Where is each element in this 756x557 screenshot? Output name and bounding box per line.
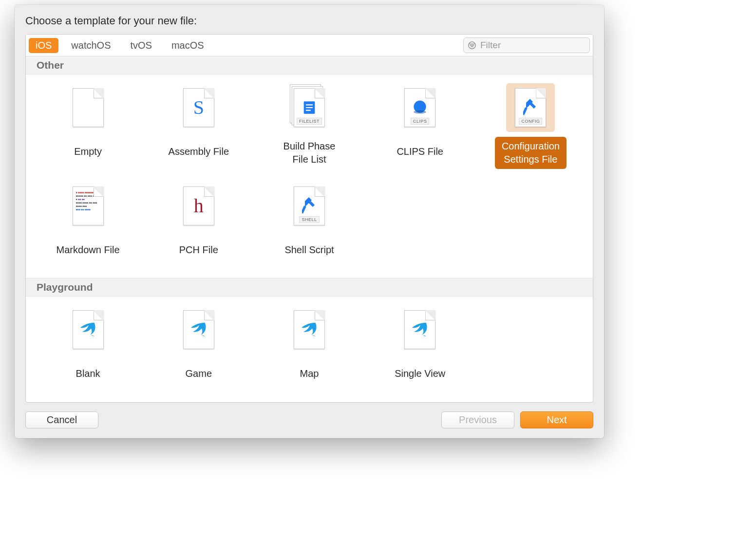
file-icon: [73, 310, 104, 349]
file-band: CONFIG: [519, 118, 542, 125]
swift-icon: [410, 319, 430, 340]
template-label: Map: [293, 359, 326, 388]
template-assembly-file[interactable]: S Assembly File: [145, 81, 252, 169]
template-playground-map[interactable]: Map: [256, 303, 362, 388]
tab-tvos[interactable]: tvOS: [124, 38, 159, 53]
template-markdown-file[interactable]: ■ ■■■■ ■■■■■■■■■■■ ■■ ■■■ ■■■■ ■■ ■■■■■■…: [35, 180, 141, 264]
file-icon: [183, 310, 214, 349]
svg-rect-11: [302, 205, 306, 214]
file-icon: CLIPS: [404, 88, 435, 127]
file-icon: [73, 88, 104, 127]
template-label: PCH File: [172, 235, 225, 264]
tab-macos[interactable]: macOS: [165, 38, 211, 53]
template-label: Assembly File: [162, 137, 236, 166]
template-label: Build Phase File List: [277, 137, 342, 169]
document-lines-icon: [301, 99, 318, 116]
template-label: Single View: [388, 359, 452, 388]
file-icon: [294, 310, 325, 349]
template-shell-script[interactable]: SHELL Shell Script: [256, 180, 362, 264]
file-icon: SHELL: [294, 186, 325, 225]
template-label: Markdown File: [50, 235, 127, 264]
section-header-playground: Playground: [26, 278, 593, 297]
file-icon: S: [183, 88, 214, 127]
template-label: Game: [179, 359, 219, 388]
hammer-icon: [302, 196, 317, 216]
template-label: Shell Script: [278, 235, 340, 264]
svg-point-9: [414, 110, 426, 113]
sheet-prompt: Choose a template for your new file:: [15, 15, 604, 34]
new-file-sheet: Choose a template for your new file: iOS…: [15, 5, 604, 438]
file-icon: ■ ■■■■ ■■■■■■■■■■■ ■■ ■■■ ■■■■ ■■ ■■■■■■…: [73, 186, 104, 225]
template-playground-blank[interactable]: Blank: [35, 303, 141, 388]
cancel-button[interactable]: Cancel: [25, 411, 98, 428]
filter-icon: [468, 41, 476, 50]
file-icon: FILELIST: [294, 88, 325, 127]
previous-button: Previous: [441, 411, 514, 428]
template-scroll[interactable]: Other Empty S Assembly File: [26, 56, 593, 402]
file-band: CLIPS: [411, 118, 430, 125]
template-build-phase-file-list[interactable]: FILELIST Build Phase File List: [256, 81, 362, 169]
template-configuration-settings-file[interactable]: CONFIG Configuration Settings File: [477, 81, 584, 169]
file-icon: h: [183, 186, 214, 225]
template-label: CLIPS File: [390, 137, 450, 166]
template-clips-file[interactable]: CLIPS CLIPS File: [367, 81, 473, 169]
template-playground-single-view[interactable]: Single View: [367, 303, 473, 388]
filter-field-wrap[interactable]: [463, 37, 590, 53]
template-panel: iOS watchOS tvOS macOS Other Empty S: [25, 34, 593, 403]
template-playground-game[interactable]: Game: [145, 303, 252, 388]
section-header-other: Other: [26, 56, 593, 74]
filter-input[interactable]: [480, 40, 586, 51]
template-empty[interactable]: Empty: [35, 81, 141, 169]
platform-tabbar: iOS watchOS tvOS macOS: [26, 35, 593, 56]
file-icon: [404, 310, 435, 349]
next-button[interactable]: Next: [520, 411, 593, 428]
section-grid-playground: Blank Game Map: [26, 297, 593, 402]
template-label: Blank: [69, 359, 107, 388]
sheet-footer: Cancel Previous Next: [15, 403, 604, 438]
file-band: SHELL: [299, 216, 319, 223]
sphere-icon: [411, 99, 429, 116]
swift-icon: [78, 319, 98, 340]
template-label: Empty: [67, 137, 109, 166]
svg-rect-10: [523, 107, 528, 115]
file-band: FILELIST: [297, 118, 322, 125]
template-pch-file[interactable]: h PCH File: [145, 180, 252, 264]
tab-watchos[interactable]: watchOS: [64, 38, 117, 53]
file-icon: CONFIG: [515, 88, 546, 127]
hammer-icon: [523, 98, 538, 117]
markdown-preview-icon: ■ ■■■■ ■■■■■■■■■■■ ■■ ■■■ ■■■■ ■■ ■■■■■■…: [76, 191, 100, 211]
template-label: Configuration Settings File: [495, 137, 567, 169]
section-grid-other: Empty S Assembly File FILELIST: [26, 74, 593, 278]
swift-icon: [189, 319, 209, 340]
swift-icon: [299, 319, 320, 340]
tab-ios[interactable]: iOS: [29, 38, 58, 53]
